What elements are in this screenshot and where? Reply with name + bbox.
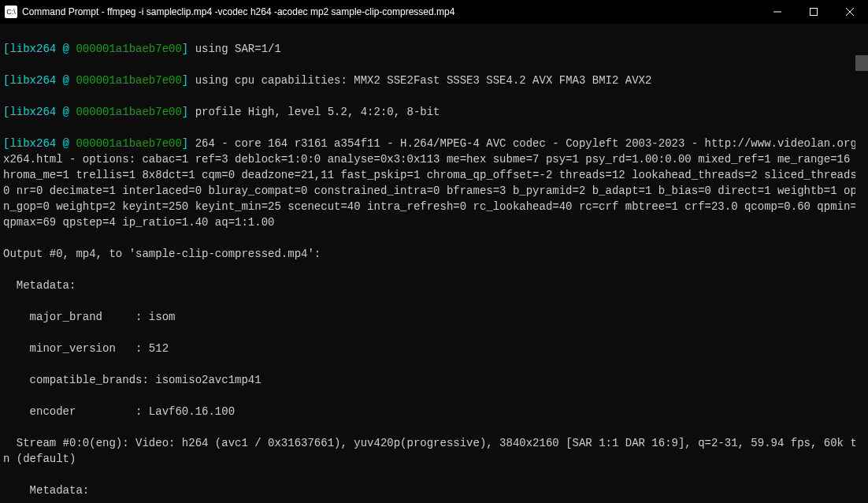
log-line: Stream #0:0(eng): Video: h264 (avc1 / 0x…	[3, 435, 865, 467]
log-line: Metadata:	[3, 483, 865, 498]
close-button[interactable]	[832, 0, 868, 24]
log-line: compatible_brands: isomiso2avc1mp41	[3, 372, 865, 388]
log-line: encoder : Lavf60.16.100	[3, 404, 865, 419]
minimize-button[interactable]	[759, 0, 796, 24]
log-line: minor_version : 512	[3, 341, 865, 356]
terminal-output[interactable]: [libx264 @ 000001a1baeb7e00] using SAR=1…	[0, 24, 868, 503]
log-line: Metadata:	[3, 278, 865, 293]
maximize-button[interactable]	[796, 0, 832, 24]
titlebar[interactable]: C:\ Command Prompt - ffmpeg -i samplecli…	[0, 0, 868, 24]
window-title: Command Prompt - ffmpeg -i sampleclip.mp…	[22, 6, 759, 17]
window-controls	[759, 0, 868, 24]
svg-rect-1	[811, 9, 818, 16]
log-line: major_brand : isom	[3, 309, 865, 325]
log-line: Output #0, mp4, to 'sample-clip-compress…	[3, 246, 865, 262]
log-line: [libx264 @ 000001a1baeb7e00] 264 - core …	[3, 136, 865, 230]
log-line: [libx264 @ 000001a1baeb7e00] using SAR=1…	[3, 41, 865, 57]
log-line: [libx264 @ 000001a1baeb7e00] using cpu c…	[3, 73, 865, 88]
cmd-icon: C:\	[5, 6, 17, 18]
log-line: [libx264 @ 000001a1baeb7e00] profile Hig…	[3, 104, 865, 120]
scrollbar[interactable]	[855, 24, 868, 503]
scrollbar-thumb[interactable]	[855, 55, 868, 71]
